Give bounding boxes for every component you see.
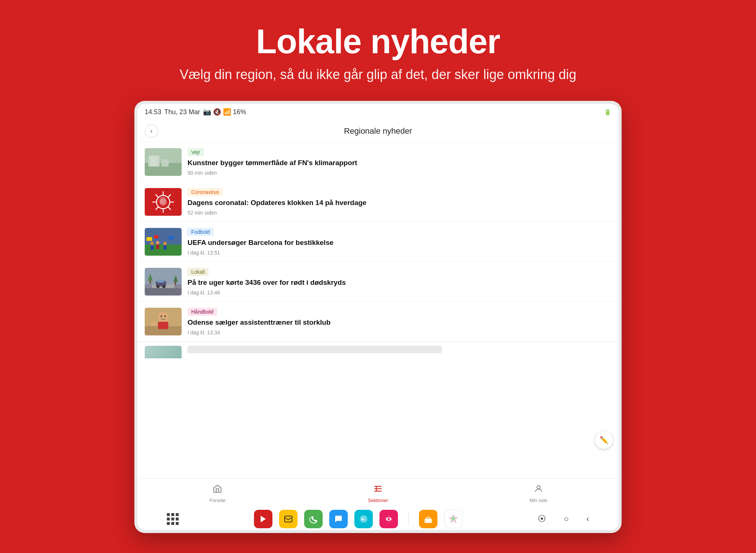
tab-forside-label: Forside [210, 498, 226, 503]
news-headline-3: UEFA undersøger Barcelona for bestikkels… [188, 238, 611, 248]
dock-app-7[interactable] [419, 510, 437, 528]
device-frame: 14.53 Thu, 23 Mar 📷 🔇 📶 16% 🔋 ‹ Regional… [134, 101, 622, 533]
forside-icon [213, 484, 222, 496]
status-right: 🔋 [604, 109, 611, 116]
app-drawer-button[interactable] [167, 513, 179, 525]
news-thumb-partial [145, 346, 182, 358]
status-left: 14.53 Thu, 23 Mar 📷 🔇 📶 16% [145, 108, 246, 116]
news-time-4: I dag kl. 13.46 [188, 290, 611, 296]
dock-divider [408, 512, 409, 526]
svg-point-44 [164, 315, 166, 317]
android-nav-bar: ● ⦿ ○ ‹ [137, 508, 619, 530]
min-side-icon [534, 484, 543, 496]
news-tag-5: Håndbold [188, 308, 217, 316]
news-item-3[interactable]: Fodbold UEFA undersøger Barcelona for be… [137, 222, 619, 262]
edit-fab-button[interactable]: ✏️ [595, 431, 613, 449]
svg-rect-33 [157, 280, 164, 283]
dock-app-1[interactable] [254, 510, 272, 528]
dock-app-3[interactable] [304, 510, 323, 528]
svg-rect-17 [145, 245, 182, 256]
news-content-partial [188, 346, 611, 355]
svg-point-43 [161, 315, 162, 317]
news-headline-4: På tre uger kørte 3436 over for rødt i d… [188, 278, 611, 287]
screen-title: Regionale nyheder [158, 126, 598, 136]
news-item-partial[interactable] [137, 342, 619, 358]
news-time-5: I dag kl. 13.34 [188, 330, 611, 335]
tab-sektioner-label: Sektioner [368, 498, 388, 503]
svg-point-18 [150, 242, 154, 245]
svg-rect-23 [164, 245, 166, 250]
device-screen: 14.53 Thu, 23 Mar 📷 🔇 📶 16% 🔋 ‹ Regional… [137, 104, 619, 530]
page-header: Lokale nyheder Vælg din region, så du ik… [165, 0, 591, 97]
status-time: 14.53 [145, 108, 161, 116]
dock-app-8[interactable] [444, 510, 463, 528]
news-item-1[interactable]: Vejr Kunstner bygger tømmerflåde af FN's… [137, 142, 619, 182]
news-headline-1: Kunstner bygger tømmerflåde af FN's klim… [188, 158, 611, 168]
news-thumb-2 [145, 188, 182, 216]
news-content-1: Vejr Kunstner bygger tømmerflåde af FN's… [188, 148, 611, 176]
dock-app-2[interactable] [279, 510, 298, 528]
dock-app-4[interactable] [329, 510, 348, 528]
svg-rect-54 [285, 516, 292, 522]
svg-rect-39 [175, 282, 176, 285]
news-time-2: 52 min siden [188, 210, 611, 216]
news-item-2[interactable]: Coronavirus Dagens coronatal: Opdateres … [137, 182, 619, 222]
svg-rect-25 [154, 235, 158, 238]
svg-rect-60 [427, 519, 430, 520]
tab-min-side-label: Min side [529, 498, 547, 503]
svg-rect-3 [150, 156, 158, 166]
svg-rect-37 [150, 281, 151, 284]
news-tag-4: Lokalt [188, 268, 209, 276]
app-header: ‹ Regionale nyheder [137, 120, 619, 142]
svg-rect-21 [156, 245, 159, 249]
back-button[interactable]: ‹ [145, 124, 158, 138]
svg-rect-4 [161, 159, 169, 167]
battery-icon: 🔋 [604, 109, 611, 116]
android-home-button[interactable]: ○ [564, 514, 568, 524]
news-content-5: Håndbold Odense sælger assistenttræner t… [188, 308, 611, 335]
svg-point-22 [163, 242, 167, 245]
news-content-3: Fodbold UEFA undersøger Barcelona for be… [188, 228, 611, 256]
news-thumb-3 [145, 228, 182, 256]
status-bar: 14.53 Thu, 23 Mar 📷 🔇 📶 16% 🔋 [137, 104, 619, 120]
tab-sektioner[interactable]: Sektioner [298, 479, 458, 508]
dock-app-6[interactable] [379, 510, 398, 528]
news-thumb-4 [145, 268, 182, 296]
news-tag-3: Fodbold [188, 228, 214, 236]
sektioner-icon [373, 484, 383, 496]
svg-rect-45 [158, 322, 168, 329]
page-title: Lokale nyheder [180, 22, 577, 61]
news-thumb-1 [145, 148, 182, 176]
news-item-4[interactable]: Lokalt På tre uger kørte 3436 over for r… [137, 262, 619, 302]
svg-marker-53 [261, 516, 266, 522]
news-content-2: Coronavirus Dagens coronatal: Opdateres … [188, 188, 611, 216]
dock-app-5[interactable]: ● [354, 510, 373, 528]
tab-bar: Forside Sektioner [137, 478, 619, 508]
news-tag-2: Coronavirus [188, 188, 223, 196]
tab-forside[interactable]: Forside [137, 479, 298, 508]
news-list[interactable]: Vejr Kunstner bygger tømmerflåde af FN's… [137, 142, 619, 478]
android-nav-buttons: ⦿ ○ ‹ [538, 514, 589, 524]
android-app-dock: ● [179, 510, 538, 528]
news-item-5[interactable]: Håndbold Odense sælger assistenttræner t… [137, 302, 619, 342]
svg-point-20 [156, 241, 159, 245]
svg-point-35 [162, 285, 165, 288]
android-menu-button[interactable]: ⦿ [538, 514, 546, 524]
news-headline-2: Dagens coronatal: Opdateres klokken 14 p… [188, 198, 611, 208]
status-date: Thu, 23 Mar [164, 108, 200, 116]
news-time-1: 50 min siden [188, 170, 611, 176]
status-icons: 📷 🔇 📶 16% [203, 108, 246, 116]
svg-point-42 [158, 312, 168, 322]
tab-min-side[interactable]: Min side [458, 479, 619, 508]
svg-point-57 [387, 518, 390, 520]
android-back-button[interactable]: ‹ [587, 514, 589, 524]
news-content-4: Lokalt På tre uger kørte 3436 over for r… [188, 268, 611, 296]
svg-rect-24 [147, 237, 152, 241]
news-headline-5: Odense sælger assistenttræner til storkl… [188, 318, 611, 327]
svg-rect-19 [151, 245, 154, 250]
news-tag-1: Vejr [188, 148, 204, 156]
svg-point-34 [157, 285, 159, 288]
svg-point-52 [537, 485, 540, 489]
svg-rect-47 [151, 323, 157, 325]
svg-text:●: ● [361, 516, 364, 522]
